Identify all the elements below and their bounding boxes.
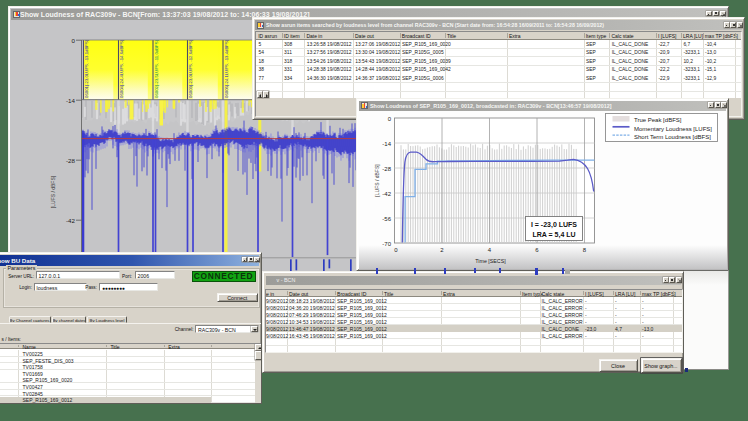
svg-text:LRA = 5,4 LU: LRA = 5,4 LU [532, 230, 575, 238]
svg-text:-28: -28 [66, 157, 76, 164]
svg-text:-56: -56 [382, 215, 391, 221]
svg-text:-42: -42 [66, 217, 76, 224]
svg-text:[LUFS / dBFS]: [LUFS / dBFS] [50, 175, 56, 208]
svg-text:06002[-23,5LUFS, -11,0dBFS]: 06002[-23,5LUFS, -11,0dBFS] [154, 40, 159, 98]
svg-text:-14: -14 [66, 97, 76, 104]
svg-text:-14: -14 [382, 140, 391, 146]
svg-text:06001[-23,0LUFS, -13,1dBFS]: 06001[-23,0LUFS, -13,1dBFS] [84, 40, 89, 98]
svg-text:Time [SECS]: Time [SECS] [475, 258, 506, 264]
svg-text:-28: -28 [382, 165, 391, 171]
svg-text:0: 0 [394, 247, 398, 253]
svg-text:06004[-24,4LUFS, -14,6dBFS]: 06004[-24,4LUFS, -14,6dBFS] [119, 40, 124, 98]
svg-text:I = -23,0 LUFS: I = -23,0 LUFS [530, 220, 576, 228]
svg-text:06003[-23,0LUFS, -12,6dBFS]: 06003[-23,0LUFS, -12,6dBFS] [188, 40, 193, 98]
svg-text:[LUFS / dBFS]: [LUFS / dBFS] [373, 163, 379, 196]
svg-text:6: 6 [535, 247, 539, 253]
svg-text:0: 0 [72, 37, 76, 44]
svg-text:0: 0 [387, 115, 391, 121]
svg-text:06006[-24,1LUFS, -13,4dBFS]: 06006[-24,1LUFS, -13,4dBFS] [224, 40, 229, 98]
svg-text:Momentary Loudness [LUFS]: Momentary Loudness [LUFS] [634, 125, 712, 131]
svg-text:2: 2 [440, 247, 444, 253]
svg-text:True Peak [dBFS]: True Peak [dBFS] [634, 117, 682, 123]
svg-text:4: 4 [487, 247, 491, 253]
svg-text:8: 8 [582, 247, 586, 253]
svg-text:-42: -42 [382, 190, 391, 196]
svg-text:Short Term Loudness [dBFS]: Short Term Loudness [dBFS] [634, 133, 711, 139]
svg-text:-70: -70 [382, 240, 391, 246]
